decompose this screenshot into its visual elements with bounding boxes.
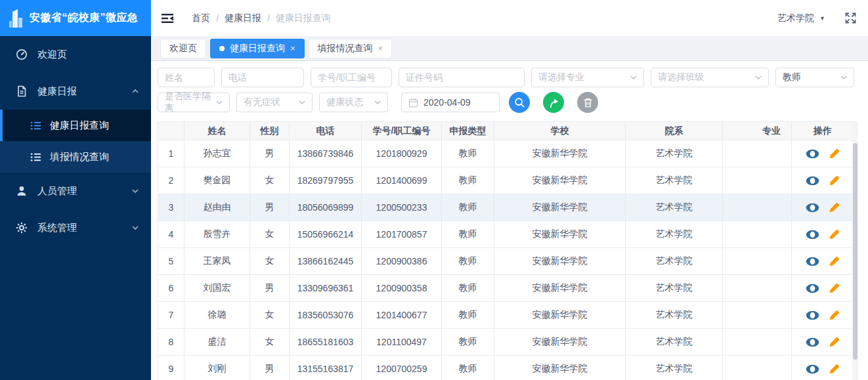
- tab-label: 填报情况查询: [318, 43, 373, 54]
- cell-phone: 13309696361: [290, 275, 362, 302]
- view-button[interactable]: [806, 230, 819, 240]
- edit-button[interactable]: [829, 283, 840, 294]
- cell-apply-type: 教师: [442, 248, 494, 275]
- view-button[interactable]: [806, 203, 819, 213]
- scrollbar-thumb[interactable]: [853, 143, 857, 360]
- cell-staff-id: 1201800929: [362, 140, 442, 167]
- chevron-down-icon: [754, 74, 762, 81]
- table-row[interactable]: 3赵由由男180560698991200500233教师安徽新华学院艺术学院: [158, 194, 854, 221]
- cell-index: 2: [158, 167, 184, 194]
- org-dropdown[interactable]: 艺术学院 ▼: [777, 12, 825, 24]
- edit-button[interactable]: [829, 256, 840, 267]
- cell-apply-type: 教师: [442, 356, 494, 380]
- view-button[interactable]: [806, 337, 819, 347]
- sidebar-fold-icon[interactable]: [162, 13, 175, 24]
- results-table: 姓名性别电话学号/职工编号申报类型学校院系专业操作 1孙志宜男138667398…: [158, 121, 854, 380]
- chevron-up-icon: [131, 87, 139, 95]
- cell-apply-type: 教师: [442, 194, 494, 221]
- sidebar-item-health-daily-query[interactable]: 健康日报查询: [0, 110, 151, 141]
- health-status-select[interactable]: 健康状态: [319, 93, 388, 112]
- tab-welcome[interactable]: 欢迎页: [160, 39, 206, 58]
- symptom-select[interactable]: 有无症状: [236, 93, 313, 112]
- isolation-select[interactable]: 是否医学隔离: [158, 93, 230, 112]
- edit-button[interactable]: [829, 175, 840, 186]
- sidebar-item-fill-status-query[interactable]: 填报情况查询: [0, 141, 151, 173]
- sidebar-item-personnel[interactable]: 人员管理: [0, 173, 151, 209]
- cell-department: 艺术学院: [626, 275, 723, 302]
- edit-button[interactable]: [829, 337, 840, 348]
- table-row[interactable]: 6刘国宏男133096963611200900358教师安徽新华学院艺术学院: [158, 275, 854, 302]
- tab-close-icon[interactable]: ×: [378, 44, 383, 53]
- cell-gender: 男: [250, 194, 290, 221]
- sidebar-item-health-daily[interactable]: 健康日报: [0, 73, 151, 110]
- edit-button[interactable]: [829, 202, 840, 213]
- edit-icon-glyph: [829, 148, 840, 159]
- cell-index: 1: [158, 140, 184, 167]
- sidebar-item-system[interactable]: 系统管理: [0, 209, 151, 246]
- edit-button[interactable]: [829, 148, 840, 159]
- search-button[interactable]: [509, 92, 530, 113]
- edit-button[interactable]: [829, 364, 840, 375]
- sidebar-submenu: 健康日报查询 填报情况查询: [0, 110, 151, 173]
- major-select[interactable]: 请选择专业: [531, 68, 644, 87]
- date-picker[interactable]: 2020-04-09: [401, 93, 500, 112]
- tab-fill-status-query[interactable]: 填报情况查询 ×: [309, 39, 393, 58]
- id-number-input[interactable]: [399, 68, 525, 87]
- table-row[interactable]: 9刘刚男131551638171200700259教师安徽新华学院艺术学院: [158, 356, 854, 380]
- fullscreen-icon[interactable]: [845, 12, 856, 24]
- edit-button[interactable]: [829, 229, 840, 240]
- edit-icon-glyph: [829, 310, 840, 321]
- cell-index: 8: [158, 329, 184, 356]
- cell-school: 安徽新华学院: [494, 275, 626, 302]
- tab-health-daily-query[interactable]: 健康日报查询 ×: [210, 39, 305, 58]
- column-header: 申报类型: [442, 122, 494, 140]
- table-row[interactable]: 2樊金园女182697979551201400699教师安徽新华学院艺术学院: [158, 167, 854, 194]
- column-header: [158, 122, 184, 140]
- view-button[interactable]: [806, 364, 819, 374]
- topbar: 首页 / 健康日报 / 健康日报查询 艺术学院 ▼: [151, 0, 868, 36]
- role-select[interactable]: 教师: [775, 68, 854, 87]
- staff-id-input[interactable]: [311, 68, 392, 87]
- column-header: 学校: [494, 122, 626, 140]
- export-button[interactable]: [543, 92, 564, 113]
- cell-gender: 女: [250, 302, 290, 329]
- breadcrumb-home[interactable]: 首页: [192, 12, 210, 24]
- delete-button[interactable]: [577, 92, 598, 113]
- cell-department: 艺术学院: [626, 302, 723, 329]
- table-row[interactable]: 8盛洁女186551816031201100497教师安徽新华学院艺术学院: [158, 329, 854, 356]
- view-icon-glyph: [806, 257, 819, 266]
- building-icon: [8, 9, 24, 28]
- chevron-down-icon: [215, 98, 223, 106]
- topbar-right: 艺术学院 ▼: [777, 12, 856, 24]
- cell-actions: [792, 194, 854, 221]
- view-button[interactable]: [806, 176, 819, 186]
- sidebar-item-welcome[interactable]: 欢迎页: [0, 36, 151, 73]
- table-header-row: 姓名性别电话学号/职工编号申报类型学校院系专业操作: [158, 122, 854, 140]
- view-button[interactable]: [806, 284, 819, 293]
- column-header: 操作: [792, 122, 854, 140]
- view-button[interactable]: [806, 149, 819, 159]
- cell-gender: 男: [250, 140, 290, 167]
- table-scrollbar[interactable]: [852, 121, 858, 380]
- cell-name: 樊金园: [184, 167, 250, 194]
- view-button[interactable]: [806, 257, 819, 266]
- cell-name: 刘国宏: [184, 275, 250, 302]
- table-row[interactable]: 1孙志宜男138667398461201800929教师安徽新华学院艺术学院: [158, 140, 854, 167]
- name-input[interactable]: [158, 68, 215, 87]
- cell-actions: [792, 221, 854, 248]
- edit-button[interactable]: [829, 310, 840, 321]
- edit-icon-glyph: [829, 175, 840, 186]
- sidebar-item-label: 填报情况查询: [50, 151, 109, 163]
- view-button[interactable]: [806, 310, 819, 320]
- tab-close-icon[interactable]: ×: [290, 44, 295, 53]
- chevron-down-icon: [131, 187, 139, 195]
- table-row[interactable]: 4殷雪卉女150569662141201700857教师安徽新华学院艺术学院: [158, 221, 854, 248]
- cell-index: 7: [158, 302, 184, 329]
- table-row[interactable]: 7徐璐女183560530761201400677教师安徽新华学院艺术学院: [158, 302, 854, 329]
- cell-major: [723, 248, 792, 275]
- phone-input[interactable]: [221, 68, 304, 87]
- table-row[interactable]: 5王家凤女138661624451200900386教师安徽新华学院艺术学院: [158, 248, 854, 275]
- cell-department: 艺术学院: [626, 140, 723, 167]
- breadcrumb-health-daily[interactable]: 健康日报: [225, 12, 261, 24]
- class-select[interactable]: 请选择班级: [651, 68, 769, 87]
